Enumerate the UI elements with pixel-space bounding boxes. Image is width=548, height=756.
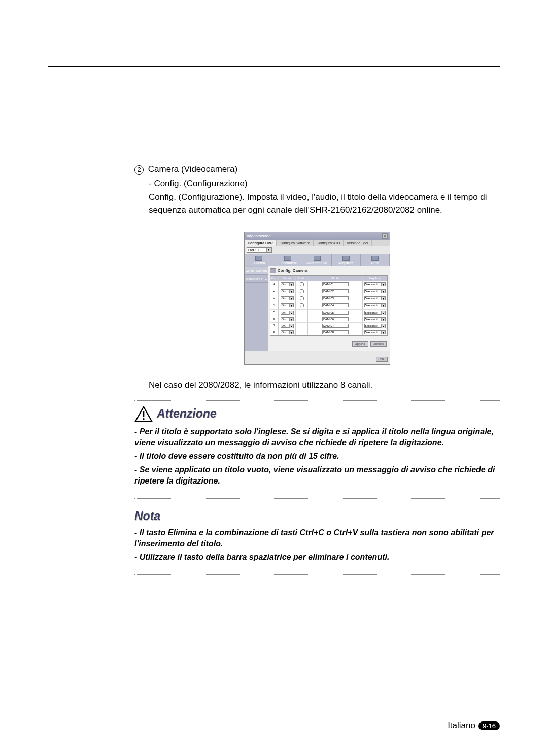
camera-icon [284,256,291,261]
table-row: 7On5secondi [270,322,387,329]
page-footer: Italiano 9-16 [448,720,500,731]
title-input[interactable] [322,330,349,334]
video-dropdown[interactable]: On [281,317,294,321]
button-row: Applica Annulla [270,336,388,349]
cell-cam: 6 [270,316,279,322]
video-dropdown[interactable]: On [281,282,294,286]
mode-tab-rete[interactable]: Rete [361,254,390,266]
panel-body: Config. Camera Dispositivo PTZ Config. C… [245,266,390,351]
mode-tab-registraz[interactable]: Registraz. [332,254,361,266]
title-input[interactable] [322,317,349,321]
audio-checkbox[interactable] [300,303,304,307]
nota-body: - Il tasto Elimina e la combinazione di … [134,527,500,569]
cell-seq: 5secondi [363,329,387,335]
mode-tab-telecamere[interactable]: Telecamere [273,254,302,266]
cell-seq: 5secondi [363,295,387,302]
seq-dropdown[interactable]: 5secondi [364,303,386,307]
seq-dropdown[interactable]: 5secondi [364,296,386,300]
mode-tabs: Sistema Telecamere Monitoraggio Registra… [245,254,390,266]
th-cam: Cam [270,276,279,281]
mode-tab-sistema[interactable]: Sistema [245,254,273,266]
camera-panel-icon [270,268,276,273]
video-dropdown[interactable]: On [281,324,294,328]
video-dropdown[interactable]: On [281,296,294,300]
footer-language: Italiano [448,720,475,731]
seq-dropdown[interactable]: 5secondi [364,324,386,328]
cell-title [308,302,363,309]
table-row: 1On5secondi [270,281,387,288]
cell-seq: 5secondi [363,323,387,329]
cell-cam: 4 [270,302,279,309]
seq-dropdown[interactable]: 5secondi [364,282,386,286]
seq-dropdown[interactable]: 5secondi [364,317,386,321]
apply-button[interactable]: Applica [352,341,368,347]
title-input[interactable] [322,311,349,315]
audio-checkbox[interactable] [300,296,304,300]
cell-video: On [279,329,296,335]
sidebar-item-ptz[interactable]: Dispositivo PTZ [245,275,268,283]
nota-item: - Il tasto Elimina e la combinazione di … [134,527,496,550]
cell-seq: 5secondi [363,302,387,309]
record-icon [342,256,350,261]
page: 2 Camera (Videocamera) - Config. (Config… [0,0,548,756]
cell-seq: 5secondi [363,281,387,288]
seq-dropdown[interactable]: 5secondi [364,330,386,334]
nota-item: - Utilizzare il tasto della barra spazia… [134,552,496,563]
table-row: 4On5secondi [270,302,387,309]
attenzione-item: - Se viene applicato un titolo vuoto, vi… [134,464,496,487]
attenzione-body: - Per il titolo è supportato solo l'ingl… [134,426,500,493]
cell-cam: 8 [270,329,279,335]
cell-audio [296,295,308,302]
cell-title [308,310,363,316]
table-row: 6On5secondi [270,316,387,322]
title-input[interactable] [322,324,349,328]
seq-dropdown[interactable]: 5secondi [364,311,386,315]
cell-video: On [279,288,296,295]
title-input[interactable] [322,303,349,307]
main-panel: Config. Camera Cam Video Audio Titolo Se… [268,266,390,351]
title-input[interactable] [322,289,349,293]
main-column: 2 Camera (Videocamera) - Config. (Config… [109,72,500,630]
tab-configura-sito[interactable]: ConfiguraSITO [314,240,344,246]
cell-title [308,281,363,288]
sidebar-item-config-camera[interactable]: Config. Camera [245,267,268,275]
tab-configura-dvr[interactable]: Configura DVR [245,240,277,246]
page-number-badge: 9-16 [478,721,500,730]
cell-cam: 7 [270,323,279,329]
cell-video: On [279,323,296,329]
attenzione-title: Attenzione [157,407,217,421]
audio-checkbox[interactable] [300,289,304,293]
cell-seq: 5secondi [363,288,387,295]
video-dropdown[interactable]: On [281,330,294,334]
dvr-dropdown[interactable]: DVR 0 [247,247,272,253]
video-dropdown[interactable]: On [281,289,294,293]
tab-versione-sw[interactable]: Versione S/W [344,240,371,246]
attenzione-item: - Per il titolo è supportato solo l'ingl… [134,426,496,449]
close-icon[interactable]: ✕ [382,233,388,239]
seq-dropdown[interactable]: 5secondi [364,289,386,293]
cell-audio [296,316,308,322]
dialog-footer: OK [245,351,390,364]
divider [134,574,500,575]
title-input[interactable] [322,296,349,300]
cancel-button[interactable]: Annulla [370,341,387,347]
divider [134,504,500,504]
divider [134,400,500,401]
audio-checkbox[interactable] [300,282,304,286]
cell-video: On [279,295,296,302]
network-icon [371,256,379,261]
cell-video: On [279,281,296,288]
top-tabs: Configura DVR Configura Software Configu… [245,240,390,246]
tab-configura-software[interactable]: Configura Software [277,240,314,246]
title-input[interactable] [322,282,349,286]
cell-audio [296,288,308,295]
mode-tab-monitoraggio[interactable]: Monitoraggio [302,254,331,266]
window-titlebar: Impostazione ✕ [245,232,390,240]
cell-audio [296,281,308,288]
cell-cam: 2 [270,288,279,295]
ok-button[interactable]: OK [376,357,388,362]
cell-audio [296,302,308,309]
video-dropdown[interactable]: On [281,303,294,307]
video-dropdown[interactable]: On [281,311,294,315]
side-nav: Config. Camera Dispositivo PTZ [245,266,268,351]
